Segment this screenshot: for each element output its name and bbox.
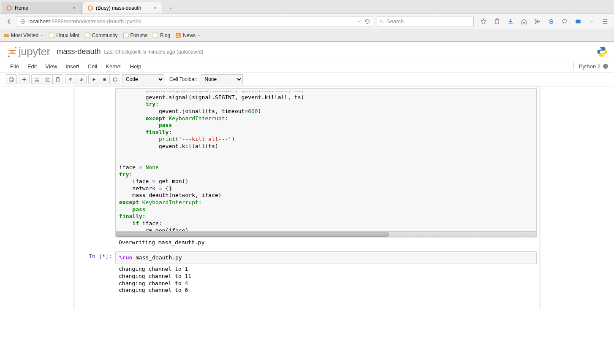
notebook-title[interactable]: mass-deauth [57, 47, 101, 56]
mint-icon [49, 32, 54, 38]
kernel-busy-icon [603, 64, 608, 69]
cut-button[interactable] [31, 74, 42, 84]
search-bar[interactable]: Search [377, 16, 474, 27]
code-cell[interactable]: gevent.signal(signal.SIGINT, gevent.kill… [75, 86, 539, 250]
browser-chrome: Home × (Busy) mass-deauth × ＋ localhost:… [0, 0, 614, 42]
menu-edit[interactable]: Edit [23, 63, 41, 70]
jupyter-logo[interactable]: jupyter [6, 45, 50, 58]
search-placeholder: Search [386, 18, 404, 24]
jupyter-icon [87, 5, 93, 11]
browser-toolbar-icons: S [477, 15, 611, 28]
code-input-area[interactable]: %run mass_deauth.py [115, 251, 537, 264]
new-tab-button[interactable]: ＋ [166, 4, 176, 13]
search-icon [380, 19, 385, 24]
reload-icon[interactable] [364, 19, 370, 24]
paste-button[interactable] [52, 74, 63, 84]
chevron-down-icon[interactable] [357, 19, 361, 24]
svg-point-18 [603, 55, 604, 56]
url-bar[interactable]: localhost:8888/notebooks/mass-deauth.ipy… [17, 16, 373, 27]
clipboard-icon[interactable] [491, 15, 503, 28]
home-icon[interactable] [518, 15, 530, 28]
scrollbar-thumb[interactable] [116, 232, 389, 237]
svg-point-14 [15, 47, 16, 48]
jupyter-header: jupyter mass-deauth Last Checkpoint: 5 m… [0, 42, 614, 60]
add-cell-button[interactable]: + [19, 74, 30, 84]
chat-icon[interactable] [558, 15, 571, 28]
svg-rect-10 [123, 33, 128, 38]
output-area: Overwriting mass_deauth.py [115, 237, 537, 248]
python-logo-icon [596, 46, 608, 58]
back-button[interactable] [3, 15, 15, 28]
output-prompt [77, 237, 115, 248]
jupyter-brand-text: jupyter [19, 45, 50, 58]
svg-rect-12 [176, 33, 181, 38]
chevron-down-icon [40, 34, 43, 37]
menu-file[interactable]: File [6, 63, 23, 70]
jupyter-icon [6, 5, 12, 11]
interrupt-button[interactable] [99, 74, 110, 84]
menu-help[interactable]: Help [126, 63, 146, 70]
copy-button[interactable] [42, 74, 53, 84]
svg-rect-7 [576, 20, 581, 23]
code-input-area[interactable]: gevent.signal(signal.SIGINT, gevent.kill… [115, 88, 537, 237]
checkpoint-status: Last Checkpoint: 5 minutes ago (autosave… [104, 49, 204, 55]
globe-icon [20, 19, 26, 24]
bookmark-star-icon[interactable] [477, 15, 490, 28]
output-area: changing channel to 1 changing channel t… [115, 264, 537, 296]
svg-rect-8 [49, 33, 54, 38]
bookmark-most-visited[interactable]: Most Visited [3, 32, 43, 38]
save-button[interactable] [6, 74, 17, 84]
download-icon[interactable] [504, 15, 517, 28]
mint-icon [152, 32, 158, 38]
svg-point-17 [600, 48, 601, 49]
screenshot-icon[interactable] [572, 15, 584, 28]
celltoolbar-label: Cell Toolbar: [169, 76, 197, 82]
run-button[interactable] [88, 74, 99, 84]
bookmark-community[interactable]: Community [84, 32, 118, 38]
folder-icon [3, 32, 9, 38]
menu-insert[interactable]: Insert [61, 63, 84, 70]
close-icon[interactable]: × [152, 5, 158, 11]
browser-tab-home[interactable]: Home × [2, 2, 82, 13]
kernel-name: Python 2 [579, 63, 600, 70]
tab-title: Home [15, 5, 69, 11]
move-down-button[interactable] [76, 74, 87, 84]
bookmark-forums[interactable]: Forums [123, 32, 148, 38]
bookmarks-bar: Most Visited Linux Mint Community Forums… [0, 29, 614, 41]
close-icon[interactable]: × [71, 5, 77, 11]
svg-point-13 [177, 36, 177, 37]
rss-icon [175, 32, 181, 38]
menu-kernel[interactable]: Kernel [101, 63, 126, 70]
code-cell[interactable]: In [*]: %run mass_deauth.py changing cha… [75, 250, 539, 297]
bookmark-linux-mint[interactable]: Linux Mint [49, 32, 79, 38]
tab-title: (Busy) mass-deauth [96, 5, 150, 11]
svg-rect-22 [46, 78, 49, 81]
send-icon[interactable] [531, 15, 544, 28]
celltype-select[interactable]: Code [122, 74, 164, 84]
tab-bar: Home × (Busy) mass-deauth × ＋ [0, 0, 614, 13]
celltoolbar-select[interactable]: None [201, 74, 243, 84]
bookmark-news[interactable]: News [175, 32, 201, 38]
nav-bar: localhost:8888/notebooks/mass-deauth.ipy… [0, 13, 614, 29]
input-prompt: In [*]: [77, 251, 115, 264]
input-prompt [77, 88, 115, 237]
menu-cell[interactable]: Cell [84, 63, 101, 70]
menu-icon[interactable] [599, 15, 611, 28]
mint-icon [123, 32, 129, 38]
output-prompt [77, 264, 115, 296]
url-right-controls [357, 19, 370, 24]
jupyter-page: jupyter mass-deauth Last Checkpoint: 5 m… [0, 42, 614, 310]
dropdown-icon[interactable] [585, 15, 598, 28]
svg-point-0 [7, 5, 12, 10]
horizontal-scrollbar[interactable] [116, 231, 536, 237]
bookmark-blog[interactable]: Blog [152, 32, 170, 38]
menu-view[interactable]: View [41, 63, 61, 70]
move-up-button[interactable] [65, 74, 76, 84]
svg-point-1 [88, 5, 93, 10]
notebook-inner: gevent.signal(signal.SIGINT, gevent.kill… [75, 86, 539, 310]
stylish-icon[interactable]: S [545, 15, 557, 28]
svg-rect-9 [85, 33, 90, 38]
svg-point-15 [8, 55, 9, 57]
restart-button[interactable] [109, 74, 120, 84]
browser-tab-notebook[interactable]: (Busy) mass-deauth × [83, 2, 163, 13]
